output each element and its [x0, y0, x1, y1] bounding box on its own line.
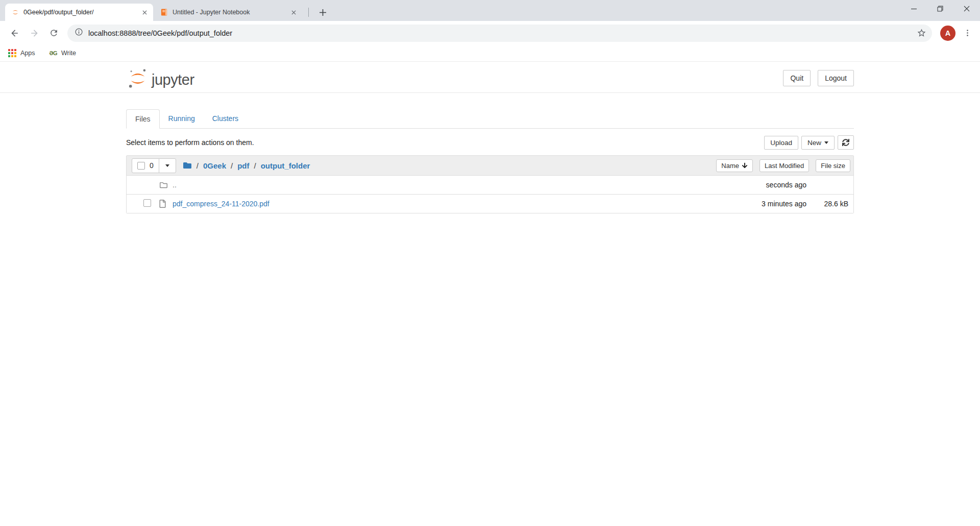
- list-actions-row: Select items to perform actions on them.…: [126, 135, 854, 150]
- bookmark-label: Apps: [20, 50, 35, 57]
- url-text[interactable]: localhost:8888/tree/0Geek/pdf/output_fol…: [88, 29, 914, 37]
- folder-icon[interactable]: [183, 161, 192, 170]
- tab-clusters[interactable]: Clusters: [204, 109, 247, 129]
- header-divider: [0, 92, 980, 93]
- breadcrumb-0geek[interactable]: 0Geek: [203, 161, 226, 170]
- new-tab-button[interactable]: [315, 5, 330, 19]
- file-link[interactable]: pdf_compress_24-11-2020.pdf: [173, 200, 270, 208]
- minimize-icon[interactable]: [900, 0, 927, 17]
- bookmark-apps[interactable]: Apps: [8, 49, 35, 57]
- tab-close-icon[interactable]: [289, 8, 298, 17]
- select-all-group: 0: [132, 158, 176, 173]
- tab-title: 0Geek/pdf/output_folder/: [23, 9, 140, 16]
- sort-modified-button[interactable]: Last Modified: [760, 159, 809, 172]
- browser-titlebar: 0Geek/pdf/output_folder/ Untitled - Jupy…: [0, 0, 980, 21]
- breadcrumb-separator: /: [231, 161, 233, 170]
- breadcrumb-separator: /: [197, 161, 199, 170]
- close-icon[interactable]: [953, 0, 980, 17]
- jupyter-header: jupyter Quit Logout: [126, 62, 854, 92]
- breadcrumb-pdf[interactable]: pdf: [237, 161, 249, 170]
- tab-divider: [308, 8, 309, 17]
- jupyter-logo-icon: [126, 67, 150, 89]
- folder-outline-icon: [159, 181, 168, 189]
- address-bar[interactable]: localhost:8888/tree/0Geek/pdf/output_fol…: [67, 25, 932, 42]
- selected-count: 0: [150, 161, 154, 170]
- browser-menu-icon[interactable]: [960, 23, 975, 43]
- bookmark-label: Write: [61, 50, 76, 57]
- table-row-parent[interactable]: .. seconds ago: [127, 175, 853, 194]
- row-size: 28.6 kB: [806, 200, 848, 208]
- browser-tab-files[interactable]: 0Geek/pdf/output_folder/: [5, 4, 153, 21]
- table-row-file[interactable]: pdf_compress_24-11-2020.pdf 3 minutes ag…: [127, 194, 853, 213]
- new-button-label: New: [807, 139, 821, 147]
- refresh-icon: [842, 139, 849, 146]
- list-header: 0 / 0Geek / pdf / output_folder: [127, 156, 853, 175]
- row-modified: seconds ago: [709, 181, 806, 189]
- avatar-letter: A: [945, 29, 950, 37]
- jupyter-logo[interactable]: jupyter: [126, 67, 194, 89]
- notebook-favicon-icon: [160, 8, 168, 16]
- profile-avatar[interactable]: A: [940, 26, 955, 41]
- sort-name-label: Name: [721, 162, 739, 170]
- breadcrumb-separator: /: [254, 161, 256, 170]
- notebook-list: 0 / 0Geek / pdf / output_folder: [126, 155, 854, 213]
- refresh-button[interactable]: [838, 135, 854, 150]
- sort-buttons: Name Last Modified File size: [716, 159, 850, 172]
- jupyter-favicon-icon: [11, 8, 19, 16]
- caret-down-icon: [824, 141, 828, 144]
- back-icon[interactable]: [5, 23, 24, 43]
- tab-files[interactable]: Files: [126, 109, 160, 129]
- row-checkbox[interactable]: [143, 199, 151, 207]
- reload-icon[interactable]: [44, 23, 63, 43]
- browser-toolbar: localhost:8888/tree/0Geek/pdf/output_fol…: [0, 21, 980, 45]
- tab-running[interactable]: Running: [160, 109, 204, 129]
- parent-dir-link[interactable]: ..: [173, 181, 177, 189]
- select-all-checkbox[interactable]: [137, 162, 145, 170]
- browser-tab-notebook[interactable]: Untitled - Jupyter Notebook: [154, 4, 302, 21]
- jupyter-nav-tabs: Files Running Clusters: [126, 109, 854, 129]
- tab-title: Untitled - Jupyter Notebook: [173, 9, 289, 16]
- restore-icon[interactable]: [927, 0, 953, 17]
- logout-button[interactable]: Logout: [818, 70, 854, 86]
- tab-close-icon[interactable]: [140, 8, 149, 17]
- row-selector: [132, 199, 159, 208]
- jupyter-page: jupyter Quit Logout Files Running Cluste…: [0, 62, 980, 213]
- window-controls: [900, 0, 980, 17]
- bookmark-star-icon[interactable]: [914, 26, 929, 41]
- upload-button[interactable]: Upload: [764, 136, 798, 150]
- select-hint-text: Select items to perform actions on them.: [126, 138, 254, 147]
- sort-name-button[interactable]: Name: [716, 159, 753, 172]
- forward-icon[interactable]: [24, 23, 44, 43]
- select-all-button[interactable]: 0: [132, 158, 159, 173]
- sort-size-button[interactable]: File size: [816, 159, 850, 172]
- quit-button[interactable]: Quit: [783, 70, 811, 86]
- select-filter-dropdown[interactable]: [159, 158, 176, 173]
- file-icon: [159, 200, 166, 208]
- breadcrumb: / 0Geek / pdf / output_folder: [183, 161, 310, 170]
- caret-down-icon: [165, 164, 169, 167]
- row-modified: 3 minutes ago: [709, 200, 806, 208]
- jupyter-wordmark: jupyter: [152, 73, 194, 89]
- apps-grid-icon: [8, 49, 16, 57]
- page-info-icon[interactable]: [75, 28, 83, 38]
- new-dropdown-button[interactable]: New: [801, 136, 835, 150]
- write-favicon-icon: ƏG: [50, 50, 58, 56]
- breadcrumb-output-folder[interactable]: output_folder: [261, 161, 310, 170]
- sort-arrow-down-icon: [742, 162, 748, 169]
- bookmarks-bar: Apps ƏG Write: [0, 45, 980, 62]
- bookmark-write[interactable]: ƏG Write: [50, 50, 76, 57]
